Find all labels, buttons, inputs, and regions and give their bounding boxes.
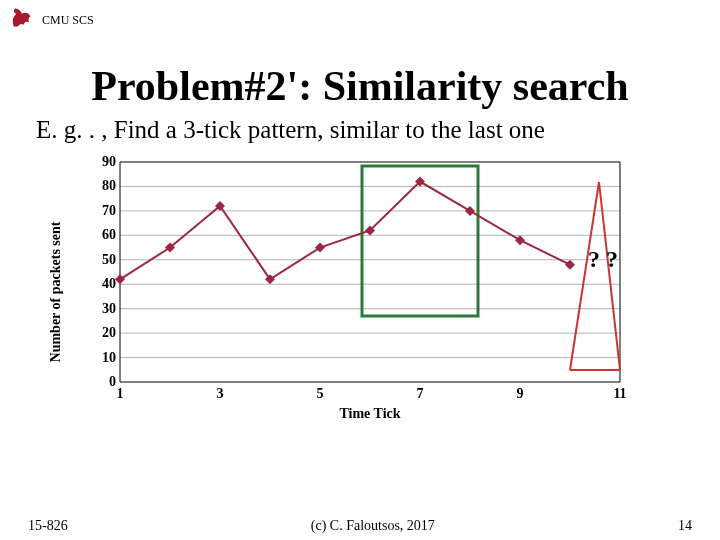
y-tick: 70 (88, 203, 116, 219)
svg-line-15 (599, 182, 620, 370)
y-tick: 60 (88, 227, 116, 243)
y-tick: 90 (88, 154, 116, 170)
y-tick: 30 (88, 301, 116, 317)
svg-line-14 (570, 182, 599, 370)
x-tick: 11 (613, 386, 626, 402)
y-tick: 20 (88, 325, 116, 341)
y-tick: 0 (88, 374, 116, 390)
slide-title: Problem#2': Similarity search (0, 62, 720, 110)
y-tick: 40 (88, 276, 116, 292)
chart: Number of packets sent Time Tick 0102030… (90, 162, 650, 422)
header-org: CMU SCS (42, 13, 94, 28)
footer-copyright: (c) C. Faloutsos, 2017 (311, 518, 435, 534)
slide-subtitle: E. g. . , Find a 3-tick pattern, similar… (36, 116, 720, 144)
y-axis-label: Number of packets sent (48, 222, 64, 363)
footer-course: 15-826 (28, 518, 68, 534)
svg-marker-23 (465, 206, 475, 216)
x-tick: 1 (117, 386, 124, 402)
y-tick: 80 (88, 178, 116, 194)
footer-page: 14 (678, 518, 692, 534)
x-axis-label: Time Tick (339, 406, 400, 422)
svg-marker-25 (565, 260, 575, 270)
dragon-logo-icon (8, 4, 36, 36)
x-tick: 5 (317, 386, 324, 402)
svg-marker-24 (515, 235, 525, 245)
svg-rect-12 (362, 166, 478, 316)
svg-marker-20 (315, 243, 325, 253)
query-annotation: ? ? (588, 246, 618, 273)
x-tick: 3 (217, 386, 224, 402)
y-tick: 50 (88, 252, 116, 268)
x-tick: 9 (517, 386, 524, 402)
y-tick: 10 (88, 350, 116, 366)
plot-area: Time Tick 01020304050607080901357911 (120, 162, 620, 382)
svg-marker-16 (115, 274, 125, 284)
x-tick: 7 (417, 386, 424, 402)
